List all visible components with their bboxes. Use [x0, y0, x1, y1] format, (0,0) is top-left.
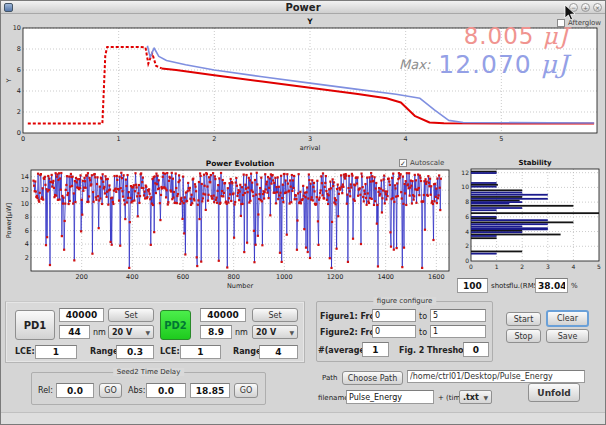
svg-text:1200: 1200	[327, 273, 344, 281]
svg-text:0: 0	[469, 263, 473, 270]
bottom-strip	[1, 412, 605, 425]
pd1-button[interactable]: PD1	[15, 310, 55, 340]
mouse-cursor	[563, 4, 577, 22]
chevron-down-icon: ▼	[145, 329, 150, 336]
percent-label: %	[571, 282, 578, 290]
svg-text:2: 2	[212, 135, 216, 143]
close-icon[interactable]: ×	[593, 3, 602, 12]
svg-text:1: 1	[495, 263, 499, 270]
svg-text:Power[μW]: Power[μW]	[5, 203, 13, 238]
svg-text:14: 14	[21, 173, 29, 181]
svg-text:12: 12	[461, 169, 469, 176]
svg-text:5: 5	[597, 263, 601, 270]
svg-text:800: 800	[227, 273, 239, 281]
path-label: Path	[322, 374, 337, 382]
svg-text:6: 6	[17, 66, 21, 74]
to1-label: to	[419, 312, 427, 321]
stability-plot[interactable]: 024681012012345Stability	[457, 157, 606, 283]
svg-text:10: 10	[21, 200, 29, 208]
chevron-down-icon: ▼	[483, 394, 488, 401]
start-button[interactable]: Start	[506, 312, 541, 326]
pd1-lce-label: LCE:	[15, 347, 35, 356]
app-icon	[4, 3, 13, 12]
clear-button[interactable]: Clear	[546, 310, 589, 327]
abs2-input[interactable]	[190, 383, 230, 398]
abs-label: Abs:	[128, 386, 145, 395]
shots-label: shots	[491, 282, 510, 290]
pd2-set-button[interactable]: Set	[252, 308, 298, 322]
svg-text:3: 3	[546, 263, 550, 270]
power-evolution-plot[interactable]: 24681012142004006008001000120014001600Po…	[3, 157, 455, 299]
svg-text:2: 2	[17, 108, 21, 116]
seed2-title: Seed2 Time Delay	[113, 368, 185, 376]
pd2-nm-label: nm	[235, 328, 248, 337]
pd2-range-input[interactable]	[259, 345, 298, 359]
svg-text:Y: Y	[306, 17, 313, 26]
save-button[interactable]: Save	[546, 329, 589, 343]
fig1-from-input[interactable]	[372, 309, 416, 322]
rel-go-button[interactable]: GO	[99, 383, 122, 398]
autoscale-checkbox[interactable]: ✓ Autoscale	[399, 159, 444, 167]
svg-text:4: 4	[404, 135, 408, 143]
pd2-range-select[interactable]: 20 V▼	[252, 325, 298, 339]
decay-plot[interactable]: 0246810012345YarrivalY	[3, 15, 605, 155]
svg-text:2: 2	[465, 242, 469, 249]
svg-text:8: 8	[17, 45, 21, 53]
threshold-input[interactable]	[463, 342, 489, 357]
chevron-down-icon: ▼	[289, 329, 294, 336]
rel-input[interactable]	[56, 383, 94, 398]
pd1-lce-input[interactable]	[35, 345, 77, 359]
svg-text:12: 12	[21, 186, 29, 194]
pd2-wavelength-input[interactable]	[200, 325, 232, 339]
window-title: Power	[285, 2, 320, 13]
unfold-button[interactable]: Unfold	[528, 383, 580, 402]
pd1-range-input[interactable]	[116, 345, 154, 359]
title-bar[interactable]: Power − + ×	[1, 1, 605, 14]
pd1-range-select[interactable]: 20 V▼	[108, 325, 154, 339]
stop-button[interactable]: Stop	[506, 329, 541, 343]
checkbox-checked-icon[interactable]: ✓	[399, 159, 407, 167]
svg-text:400: 400	[126, 273, 138, 281]
svg-text:4: 4	[465, 228, 469, 235]
choose-path-button[interactable]: Choose Path	[342, 371, 403, 385]
average-input[interactable]	[362, 342, 389, 357]
pd1-gain-input[interactable]	[59, 308, 104, 322]
svg-text:5: 5	[499, 135, 503, 143]
figure-configure-title: figure configure	[373, 297, 436, 305]
filename-label: filename	[318, 394, 349, 402]
svg-text:1: 1	[117, 135, 121, 143]
svg-text:10: 10	[461, 183, 469, 190]
autoscale-label: Autoscale	[410, 159, 444, 167]
svg-text:0: 0	[21, 135, 25, 143]
pd2-button[interactable]: PD2	[160, 310, 191, 340]
abs-input[interactable]	[146, 383, 186, 398]
svg-text:2: 2	[520, 263, 524, 270]
maximize-icon[interactable]: +	[581, 3, 590, 12]
fig2-to-input[interactable]	[430, 325, 486, 338]
pd1-set-button[interactable]: Set	[108, 308, 154, 322]
pd1-wavelength-input[interactable]	[59, 325, 90, 339]
rel-label: Rel:	[38, 386, 53, 395]
fig2-from-input[interactable]	[372, 325, 416, 338]
svg-text:Y: Y	[5, 78, 13, 83]
path-input[interactable]	[407, 370, 585, 383]
svg-text:4: 4	[25, 240, 29, 248]
svg-text:Number: Number	[227, 282, 253, 290]
filename-input[interactable]	[346, 390, 434, 404]
shots-input[interactable]	[457, 278, 488, 293]
fig1-to-input[interactable]	[430, 309, 486, 322]
svg-text:8: 8	[25, 213, 29, 221]
svg-text:600: 600	[177, 273, 189, 281]
svg-text:2: 2	[25, 254, 29, 262]
pd2-lce-input[interactable]	[180, 345, 221, 359]
pd1-nm-label: nm	[93, 328, 106, 337]
pd2-gain-input[interactable]	[200, 308, 246, 322]
rms-input[interactable]	[535, 278, 568, 293]
svg-text:10: 10	[13, 24, 21, 32]
svg-text:Power Evolution: Power Evolution	[206, 159, 275, 168]
abs-go-button[interactable]: GO	[234, 383, 258, 398]
svg-text:1400: 1400	[377, 273, 394, 281]
svg-text:1600: 1600	[428, 273, 445, 281]
extension-select[interactable]: .txt▼	[459, 390, 492, 404]
svg-text:1000: 1000	[276, 273, 293, 281]
